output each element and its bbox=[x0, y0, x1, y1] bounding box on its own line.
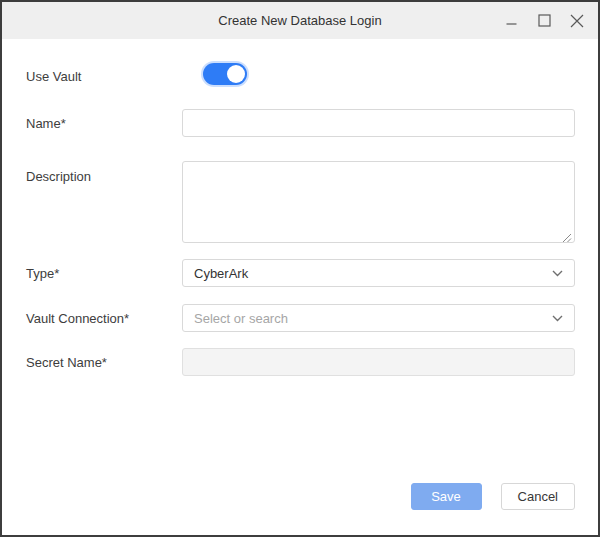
form-row-use-vault: Use Vault bbox=[26, 63, 575, 89]
vault-connection-placeholder: Select or search bbox=[194, 311, 288, 326]
cancel-button[interactable]: Cancel bbox=[501, 483, 575, 510]
type-select[interactable]: CyberArk bbox=[182, 259, 575, 287]
type-select-value: CyberArk bbox=[194, 266, 248, 281]
minimize-icon[interactable] bbox=[503, 13, 519, 29]
type-label: Type* bbox=[26, 266, 182, 281]
vault-connection-field-wrap: Select or search bbox=[182, 304, 575, 332]
vault-connection-label: Vault Connection* bbox=[26, 311, 182, 326]
description-field-wrap bbox=[182, 161, 575, 243]
type-field-wrap: CyberArk bbox=[182, 259, 575, 287]
use-vault-toggle[interactable] bbox=[203, 63, 247, 85]
toggle-knob bbox=[227, 65, 245, 83]
window-controls bbox=[503, 13, 598, 29]
name-field-wrap bbox=[182, 109, 575, 137]
form-row-secret-name: Secret Name* bbox=[26, 348, 575, 376]
description-label: Description bbox=[26, 161, 182, 184]
form-row-vault-connection: Vault Connection* Select or search bbox=[26, 304, 575, 332]
name-input[interactable] bbox=[182, 109, 575, 137]
dialog-content: Use Vault Name* Description bbox=[2, 39, 598, 535]
secret-name-field-wrap bbox=[182, 348, 575, 376]
save-button[interactable]: Save bbox=[411, 483, 482, 510]
close-icon[interactable] bbox=[569, 13, 585, 29]
use-vault-label: Use Vault bbox=[26, 69, 182, 84]
chevron-down-icon bbox=[552, 315, 563, 322]
form-row-name: Name* bbox=[26, 109, 575, 137]
titlebar: Create New Database Login bbox=[2, 2, 598, 39]
use-vault-field bbox=[182, 63, 575, 89]
secret-name-label: Secret Name* bbox=[26, 355, 182, 370]
secret-name-input bbox=[182, 348, 575, 376]
description-textarea[interactable] bbox=[182, 161, 575, 243]
chevron-down-icon bbox=[552, 270, 563, 277]
vault-connection-select[interactable]: Select or search bbox=[182, 304, 575, 332]
maximize-icon[interactable] bbox=[536, 13, 552, 29]
form-row-type: Type* CyberArk bbox=[26, 259, 575, 287]
dialog-footer: Save Cancel bbox=[26, 483, 575, 510]
dialog-window: Create New Database Login Use Vault bbox=[0, 0, 600, 537]
form-row-description: Description bbox=[26, 161, 575, 243]
name-label: Name* bbox=[26, 116, 182, 131]
